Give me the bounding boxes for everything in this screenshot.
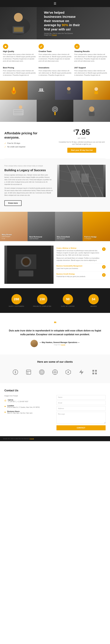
clients-section: Here are some of our clients: [0, 354, 110, 383]
contact-name-input[interactable]: [56, 395, 106, 400]
person-img: [64, 86, 73, 95]
legacy-photo: [57, 165, 106, 197]
feature-chart-icon: [74, 44, 80, 49]
team-section: Mary Brown Lead Designer f t in Nick Ric…: [0, 212, 110, 241]
stat-number-4: 34: [92, 297, 95, 301]
facebook-icon[interactable]: f: [2, 238, 2, 240]
svg-rect-14: [95, 91, 98, 94]
stat-customers: 288 HAPPY CUSTOMERS: [4, 292, 29, 308]
testimonial-quote: Duis aute irure dolor in reprehenderit i…: [9, 329, 101, 336]
client-logo-3: [37, 367, 47, 377]
svg-point-1: [14, 13, 23, 22]
pricing-section: Affordable pricing for everyone. ✓ Free …: [0, 122, 110, 158]
desk-img: [37, 86, 46, 95]
image-cell-7: [73, 100, 110, 122]
contact-address-input[interactable]: [56, 406, 106, 410]
feature-pencil-icon: [39, 44, 44, 49]
legacy-content: Proin volutpat tellus massa a diam tempo…: [4, 165, 53, 206]
team-member-3: Nina Greenfield Web Designer: [55, 212, 83, 241]
twitter-icon[interactable]: t: [3, 238, 3, 240]
card-best-pricing: Best Pricing Proin volutpat tellus massa…: [3, 66, 36, 76]
card-support: 24/7 Support Proin volutpat tellus massa…: [74, 66, 107, 76]
stat-coffee: 98 CUPS OF COFFEE: [56, 292, 80, 308]
hero-section: We've helped businesses increase their r…: [0, 7, 110, 40]
target-icon-2: [65, 369, 71, 375]
team-name-1: Mary Brown: [2, 234, 12, 236]
contact-hours: ● Business Hours Mon-Fri: 9am-5pm, Sat-S…: [4, 410, 54, 414]
card-title: Best Pricing: [3, 66, 36, 69]
price-amount: 7.95: [75, 128, 90, 136]
image-cell-1: [0, 81, 28, 100]
coffee-photo: [4, 246, 54, 284]
webinar-tag-2[interactable]: Business Sustainability Management: [56, 265, 101, 267]
team-info-2: Nick Richmond Lead Developer: [29, 236, 42, 240]
svg-point-42: [15, 372, 16, 373]
contact-message-input[interactable]: [56, 412, 106, 424]
card-title: 24/7 Support: [74, 66, 107, 69]
legacy-cta-button[interactable]: Know more: [4, 200, 21, 206]
team-member-2: Nick Richmond Lead Developer: [28, 212, 55, 241]
webinar-tag-3[interactable]: Business Growth Strategy: [56, 273, 101, 275]
stat-circle-4: 34: [89, 294, 99, 304]
footer-freepik-link[interactable]: Freepik: [29, 438, 34, 440]
author-name: — May Hawkes, General Manager Operations…: [40, 342, 80, 344]
svg-point-11: [67, 87, 71, 90]
card-desc: Proin volutpat tellus massa a diam inter…: [39, 70, 71, 76]
svg-marker-53: [79, 370, 84, 374]
legacy-subtitle: Proin volutpat tellus massa a diam tempo…: [4, 165, 53, 167]
webinar-content: Create a Webinar or Webinar Volutpat sed…: [56, 246, 106, 284]
compass-icon-2: [52, 369, 58, 375]
compass-icon-1: [12, 369, 18, 375]
author-image-note: Image from Freepik: [40, 344, 80, 346]
client-logo-6: [76, 367, 87, 377]
flame-img: [9, 86, 18, 95]
image-cell-3: [55, 81, 83, 100]
legacy-image: [57, 165, 106, 206]
linkedin-icon[interactable]: in: [4, 238, 5, 240]
contact-phone-label: Call Us: [8, 399, 28, 401]
svg-point-7: [13, 87, 15, 91]
legacy-section: Proin volutpat tellus massa a diam tempo…: [0, 159, 110, 212]
webinar-badge-2: 2: [102, 265, 106, 269]
client-logo-2: [23, 367, 34, 377]
pricing-cta-button[interactable]: Start your 30 day free trial: [67, 148, 96, 153]
clients-heading: Here are some of our clients: [4, 360, 106, 364]
webinar-image-col: [4, 246, 54, 284]
svg-point-22: [54, 108, 56, 110]
keyboard-img: [12, 105, 24, 117]
pricing-feature-label-2: No credit card required: [7, 146, 25, 148]
layout-icon: [26, 369, 31, 375]
feature-creative-team: Creative Team Proin volutpat tellus mass…: [39, 44, 71, 62]
hero-image-credit: Sample link. Click to select the Text El…: [44, 33, 80, 36]
hamburger-icon[interactable]: ☰: [54, 2, 56, 5]
contact-submit-button[interactable]: CONTACT: [56, 425, 106, 430]
features-grid: High Quality Proin volutpat tellus massa…: [0, 40, 110, 65]
contact-section: Contact Us Images from Freepik ✆ Call Us…: [0, 383, 110, 436]
quote-icon: ❝: [9, 320, 101, 326]
svg-rect-43: [26, 370, 31, 374]
client-logos-row: [4, 367, 106, 377]
svg-rect-25: [89, 112, 95, 116]
contact-subtitle: Images from Freepik: [4, 395, 54, 397]
client-logo-7: [90, 367, 100, 377]
target-icon-1: [39, 369, 45, 375]
contact-phone: ✆ Call Us +1 234 567 1, +1 234 987 4537: [4, 399, 54, 402]
author-freepik-link[interactable]: Freepik: [61, 344, 65, 346]
contact-form: CONTACT: [56, 395, 106, 430]
svg-rect-12: [67, 91, 71, 94]
contact-location-label: Location: [7, 405, 40, 406]
feature-title: High Quality: [3, 50, 36, 52]
hero-freepik-link[interactable]: Freepik: [52, 34, 57, 36]
contact-email-input[interactable]: [56, 401, 106, 405]
features-section: High Quality Proin volutpat tellus massa…: [0, 40, 110, 81]
stat-awards: 34 AWARDS: [81, 292, 106, 308]
hero-heading: We've helped businesses increase their r…: [44, 10, 80, 32]
team-member-1: Mary Brown Lead Designer f t in: [0, 212, 28, 241]
team-socials-1: f t in: [2, 238, 12, 240]
stat-number-3: 98: [66, 297, 70, 301]
headphones-img: [49, 105, 61, 117]
map-icon: ●: [4, 405, 6, 408]
grid-icon: [92, 369, 98, 375]
testimonial-section: ❝ Duis aute irure dolor in reprehenderit…: [0, 313, 110, 354]
coffee-svg: [4, 246, 54, 284]
